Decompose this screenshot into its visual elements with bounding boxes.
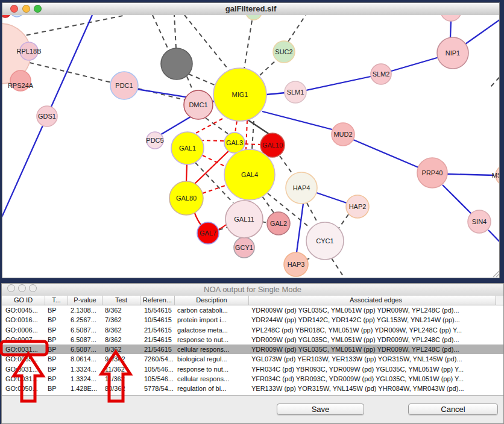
table-row[interactable]: GO:0031...BP1.3324...11/362105/546...cel… [2,374,503,384]
graph-edge[interactable] [252,121,254,149]
graph-edge[interactable] [195,119,222,134]
graph-edge[interactable] [306,76,371,90]
node-label: GAL10 [262,142,283,149]
column-header-6[interactable]: Associated edges [249,296,503,305]
node-label: PRP40 [422,169,443,176]
graph-edge[interactable] [235,121,237,132]
graph-node-topleft-red-node[interactable] [2,15,10,17]
table-cell: 10/54615 [140,315,175,325]
graph-edge[interactable] [266,93,285,95]
graph-edge[interactable] [153,15,169,52]
table-cell: 8/362 [102,344,140,354]
save-button[interactable]: Save [277,404,364,415]
graph-edge[interactable] [262,196,274,213]
table-row[interactable]: GO:0006...BP6.5087...8/36221/54615galact… [2,325,503,335]
graph-edge[interactable] [248,120,269,134]
graph-node-pink-top-node[interactable] [441,15,461,21]
graph-edge[interactable] [246,120,247,149]
table-cell: YER133W (pp) YOR315W, YNL145W (pd) YHR08… [249,384,503,393]
table-cell: GO:0006... [2,325,45,335]
table-cell: 11/362 [102,364,140,374]
table-row[interactable]: GO:0007...BP6.5087...8/36221/54615respon… [2,335,503,344]
column-header-2[interactable]: P-value [68,296,102,305]
graph-edge[interactable] [203,186,225,193]
graph-edge[interactable] [488,230,499,247]
graph-node-gray-node[interactable] [161,48,192,80]
graph-edge[interactable] [288,15,306,42]
graph-svg: RPL18BRPS24AGDS1PDC1DMC1MIG1SUC2SLM1SLM2… [2,15,499,278]
graph-edge[interactable] [200,140,224,141]
graph-edge[interactable] [245,144,260,145]
node-label: HAP4 [293,184,310,192]
graph-edge[interactable] [189,74,219,87]
table-cell: GO:0031... [2,374,45,384]
column-header-5[interactable]: Desciption [175,296,249,305]
network-canvas[interactable]: RPL18BRPS24AGDS1PDC1DMC1MIG1SUC2SLM1SLM2… [2,15,499,278]
graph-edge[interactable] [338,214,348,229]
graph-edge[interactable] [465,16,499,44]
graph-edge[interactable] [297,204,303,252]
table-cell: 1.3324... [68,364,102,374]
graph-edge[interactable] [450,20,451,37]
table-cell: 2.1308... [68,305,102,315]
column-header-1[interactable]: T... [45,296,68,305]
node-label: GAL1 [179,145,196,152]
table-cell: 21/54615 [140,344,175,354]
graph-edge[interactable] [307,203,318,224]
node-label: MSL [492,172,499,179]
table-cell: 8/362 [102,335,140,344]
table-cell: 6.2567... [68,315,102,325]
table-cell: BP [45,354,68,364]
graph-edge[interactable] [490,72,499,87]
node-label: NIP1 [446,49,460,57]
graph-window-titlebar[interactable]: galFiltered.sif [2,3,499,16]
table-cell: regulation of bi... [175,384,249,393]
table-cell: cellular respons... [175,344,249,354]
table-cell: 21/54615 [140,335,175,344]
table-cell: galactose meta... [175,325,249,335]
table-cell: BP [45,315,68,325]
column-header-4[interactable]: Referen... [140,296,175,305]
table-row[interactable]: GO:0045...BP2.1308...8/36215/54615carbon… [2,305,503,315]
table-cell: YDR244W (pp) YDR142C, YDR142C (pp) YGL15… [249,315,503,325]
table-row[interactable]: GO:0050...BP1.428E...80/3625778/54...reg… [2,384,503,393]
graph-edge[interactable] [317,193,347,203]
graph-edge[interactable] [391,57,439,71]
table-header: GO IDT...P-valueTestReferen...Desciption… [2,296,503,305]
node-label: SUC2 [275,48,292,55]
graph-edge[interactable] [244,20,252,69]
graph-edge[interactable] [30,63,112,83]
column-header-0[interactable]: GO ID [2,296,45,305]
graph-edge[interactable] [260,59,277,75]
graph-edge[interactable] [443,185,471,214]
table-row[interactable]: GO:0031...BP6.5087...8/36221/54615cellul… [2,344,503,354]
node-label: RPL18B [17,48,42,55]
node-label: SLM1 [287,89,304,96]
noa-window-titlebar[interactable]: NOA output for Single Mode [2,284,503,296]
column-header-3[interactable]: Test [102,296,140,305]
table-row[interactable]: GO:0031...BP1.3324...11/362105/546...res… [2,364,503,374]
resize-grip[interactable] [493,269,499,277]
graph-edge[interactable] [186,164,187,182]
table-cell: 8/362 [102,325,140,335]
table-row[interactable]: GO:0016...BP6.2567...7/36210/54615protei… [2,315,503,325]
table-cell: GO:0045... [2,305,45,315]
graph-edge[interactable] [353,140,418,167]
graph-edge[interactable] [187,76,194,92]
node-label: GCY1 [235,244,253,251]
graph-node-green-top-node[interactable] [246,15,262,20]
graph-edge[interactable] [262,111,332,129]
graph-edge[interactable] [447,174,494,175]
cancel-button[interactable]: Cancel [408,404,498,415]
graph-edge[interactable] [280,156,295,177]
table-cell: YFR034C (pd) YBR093C, YDR009W (pd) YGL03… [249,364,503,374]
graph-edge[interactable] [19,15,126,37]
node-label: MUD2 [333,131,352,138]
table-cell: 21/54615 [140,325,175,335]
table-row[interactable]: GO:0065...BP8.0614...94/3627260/54...bio… [2,354,503,364]
table-cell: protein import i... [175,315,249,325]
graph-edge[interactable] [332,258,344,278]
graph-node-topleft-blue-node[interactable] [10,15,24,17]
graph-edge[interactable] [174,15,176,48]
table-cell: BP [45,335,68,344]
